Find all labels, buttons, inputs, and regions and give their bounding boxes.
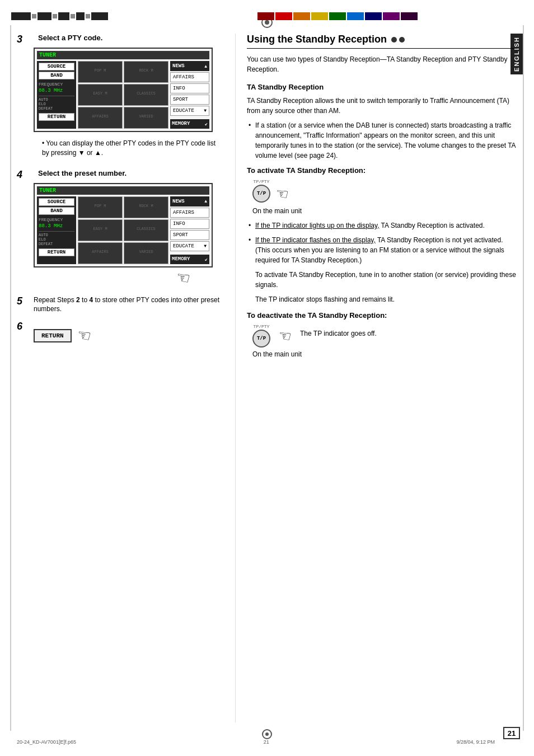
step5-number-col: 5 — [17, 295, 34, 307]
step3-content: Select a PTY code. TUNER SOURCE BAND FRE… — [34, 34, 224, 162]
news-btn-4[interactable]: NEWS▲ — [170, 196, 209, 206]
ta-bullet3: If the TP indicator flashes on the displ… — [247, 235, 517, 265]
bottom-page-num: 21 — [264, 739, 269, 745]
pty6-btn[interactable]: PTY6 VARIED — [124, 107, 168, 129]
ta-description: TA Standby Reception allows the unit to … — [247, 96, 517, 116]
ta-bullet2-underline: If the TP indicator lights up on the dis… — [255, 222, 379, 229]
main-content: 3 Select a PTY code. TUNER SOURCE BAND — [17, 34, 517, 722]
pty1-btn-4[interactable]: PTY1 POP M — [78, 196, 123, 218]
ta-bullet1: If a station (or a service when the DAB … — [247, 120, 517, 161]
return-area: RETURN — [39, 113, 74, 122]
info-btn-4[interactable]: INFO — [170, 219, 209, 229]
pty2-btn[interactable]: PTY2 ROCK M — [124, 61, 168, 83]
tuner-main-area-4: SOURCE BAND FREQUENCY 88.3 MHz AUTO ELO … — [37, 196, 209, 264]
pty5-btn[interactable]: PTY5 AFFAIRS — [78, 107, 123, 129]
educate-btn-4[interactable]: EDUCATE▼ — [170, 241, 209, 251]
pty4-btn-4[interactable]: PTY4 CLASSICS — [124, 219, 168, 241]
page-container: ENGLISH 3 Select a PTY code. TUNER — [0, 0, 534, 756]
tp-btn-activate[interactable]: T/P — [252, 185, 270, 203]
step4-header: Select the preset number. — [34, 169, 224, 177]
tp-label-activate: TP/PTY — [254, 179, 270, 184]
title-dot-1 — [391, 37, 397, 43]
bottom-date: 9/28/04, 9:12 PM — [456, 739, 495, 745]
hand-cursor-activate: ☞ — [274, 184, 290, 204]
tuner-grid-4: PTY1 POP M PTY2 ROCK M PTY3 EASY M — [78, 196, 168, 264]
affairs-btn-4[interactable]: AFFAIRS — [170, 208, 209, 218]
memory-btn[interactable]: MEMORY↙ — [170, 119, 209, 129]
sport-btn-4[interactable]: SPORT — [170, 230, 209, 240]
right-column: Using the Standby Reception You can use … — [235, 34, 517, 722]
tuner-extra: AUTO ELO DEFEAT — [39, 96, 74, 111]
step5-row: 5 Repeat Steps 2 to 4 to store other PTY… — [17, 295, 224, 314]
left-column: 3 Select a PTY code. TUNER SOURCE BAND — [17, 34, 235, 722]
educate-btn[interactable]: EDUCATE▼ — [170, 106, 209, 116]
on-main-unit-deactivate: On the main unit — [252, 350, 517, 358]
ta-bullet1-text: If a station (or a service when the DAB … — [255, 121, 516, 159]
step5-label: Repeat Steps — [34, 296, 74, 304]
section-title: Using the Standby Reception — [247, 34, 517, 49]
tuner-title: TUNER — [37, 51, 209, 59]
title-dots — [391, 37, 405, 43]
step3-bullet: You can display the other PTY codes in t… — [42, 139, 224, 158]
source-btn-4[interactable]: SOURCE — [39, 198, 74, 206]
news-btn[interactable]: NEWS▲ — [170, 61, 209, 71]
step5-content: Repeat Steps 2 to 4 to store other PTY c… — [34, 295, 224, 314]
pty1-btn[interactable]: PTY1 POP M — [78, 61, 123, 83]
affairs-btn[interactable]: AFFAIRS — [170, 72, 209, 82]
return-button-step6[interactable]: RETURN — [34, 329, 72, 342]
tuner-grid-3: PTY1 POP M PTY2 ROCK M PTY3 EASY M — [78, 61, 168, 129]
return-btn-left[interactable]: RETURN — [39, 113, 74, 121]
top-bar-left — [11, 11, 123, 21]
step6-number-col: 6 — [17, 321, 34, 332]
step4-number: 4 — [17, 169, 22, 180]
sport-btn[interactable]: SPORT — [170, 95, 209, 105]
source-btn[interactable]: SOURCE — [39, 63, 74, 71]
hand-cursor-4: ☞ — [34, 269, 190, 287]
band-btn[interactable]: BAND — [39, 72, 74, 79]
memory-btn-4[interactable]: MEMORY↙ — [170, 255, 209, 264]
pty4-btn[interactable]: PTY4 CLASSICS — [124, 84, 168, 106]
band-btn-4[interactable]: BAND — [39, 207, 74, 215]
pty3-btn-4[interactable]: PTY3 EASY M — [78, 219, 123, 241]
pty6-btn-4[interactable]: PTY6 VARIED — [124, 242, 168, 264]
bottom-circle — [262, 729, 272, 739]
activate-label: To activate TA Standby Reception: — [247, 166, 517, 175]
step6-row: 6 RETURN ☞ — [17, 321, 224, 345]
step5-bold2: 4 — [89, 296, 93, 304]
step3-header: Select a PTY code. — [34, 34, 224, 42]
tp-button-area-activate: TP/PTY T/P ☞ — [252, 179, 517, 203]
top-bar-right — [257, 11, 515, 21]
ta-standby-title: TA Standby Reception — [247, 83, 517, 91]
tp-deactivate-area: TP/PTY T/P ☞ The TP indicator goes off. — [252, 324, 517, 348]
on-main-unit-activate: On the main unit — [252, 207, 517, 215]
hand-cursor-6: ☞ — [76, 325, 92, 346]
title-dot-2 — [399, 37, 405, 43]
pty5-btn-4[interactable]: PTY5 AFFAIRS — [78, 242, 123, 264]
step5-bold1: 2 — [76, 296, 80, 304]
page-number: 21 — [508, 729, 516, 738]
tuner-right-panel-3: NEWS▲ AFFAIRS INFO SPORT EDUCATE▼ MEMORY… — [170, 61, 209, 129]
tuner-right-panel-4: NEWS▲ AFFAIRS INFO SPORT EDUCATE▼ MEMORY… — [170, 196, 209, 264]
ta-extra1: To activate TA Standby Reception, tune i… — [255, 270, 517, 290]
tp-btn-deactivate[interactable]: T/P — [252, 330, 270, 348]
deactivate-desc: The TP indicator goes off. — [300, 328, 377, 339]
tuner-left-panel-4: SOURCE BAND FREQUENCY 88.3 MHz AUTO ELO … — [37, 196, 76, 264]
step6-content: RETURN ☞ — [34, 321, 224, 345]
freq-value-4: 88.3 MHz — [39, 223, 74, 229]
step5-number: 5 — [17, 295, 22, 307]
tuner-ui-step4: TUNER SOURCE BAND FREQUENCY 88.3 MHz AUT… — [34, 183, 213, 267]
info-btn[interactable]: INFO — [170, 83, 209, 93]
tuner-ui-step3: TUNER SOURCE BAND FREQUENCY 88.3 MHz AUT… — [34, 48, 213, 132]
pty2-btn-4[interactable]: PTY2 ROCK M — [124, 196, 168, 218]
pty3-btn[interactable]: PTY3 EASY M — [78, 84, 123, 106]
freq-label-4: FREQUENCY — [39, 217, 74, 222]
bottom-file: 20-24_KD-AV7001[E]f.p65 — [17, 739, 76, 745]
step4-number-col: 4 — [17, 169, 34, 181]
step3-label: Select a PTY code. — [38, 34, 102, 42]
tp-button-group-activate: TP/PTY T/P — [252, 179, 270, 203]
step3-number-col: 3 — [17, 34, 34, 45]
step3-number: 3 — [17, 34, 22, 45]
ta-bullet2-rest: TA Standby Reception is activated. — [381, 222, 485, 229]
right-border — [523, 25, 524, 731]
return-btn-left-4[interactable]: RETURN — [39, 248, 74, 256]
